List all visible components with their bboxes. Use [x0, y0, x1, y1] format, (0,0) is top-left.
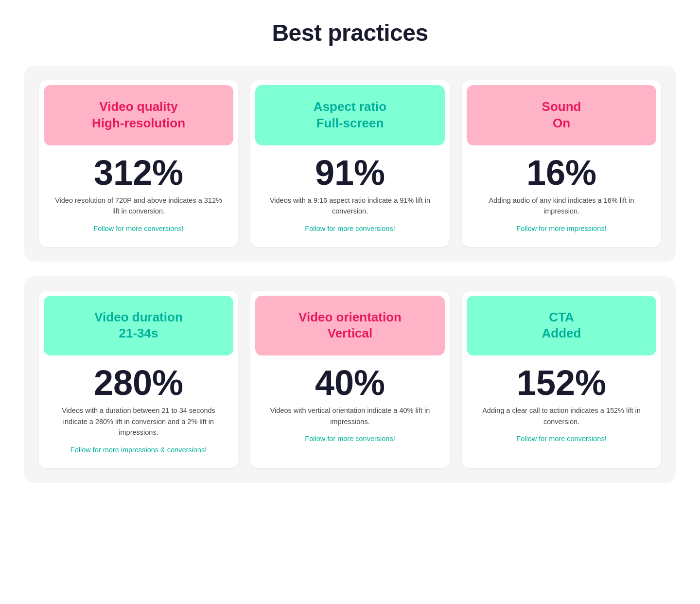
card-description-aspect-ratio: Videos with a 9:16 aspect ratio indicate… [250, 195, 450, 217]
card-header-line2: Vertical [328, 326, 373, 340]
card-header-line2: Added [542, 326, 581, 340]
card-description-cta-added: Adding a clear call to action indicates … [462, 405, 661, 427]
card-header-cta-added: CTA Added [467, 296, 656, 356]
card-percentage-sound-on: 16% [467, 155, 656, 190]
card-header-line2: On [553, 116, 570, 130]
card-sound-on: Sound On 16% Adding audio of any kind in… [462, 80, 661, 247]
card-header-line2: High-resolution [92, 116, 185, 130]
card-header-line1: Video orientation [298, 310, 402, 324]
card-description-video-orientation: Videos with vertical orientation indicat… [250, 405, 450, 427]
card-link-aspect-ratio[interactable]: Follow for more conversions! [250, 225, 450, 232]
cards-grid-1: Video quality High-resolution 312% Video… [39, 80, 661, 247]
card-link-sound-on[interactable]: Follow for more impressions! [462, 225, 661, 232]
card-cta-added: CTA Added 152% Adding a clear call to ac… [462, 291, 661, 468]
card-header-video-orientation: Video orientation Vertical [255, 296, 445, 356]
card-header-line1: Video duration [94, 310, 183, 324]
card-link-video-duration[interactable]: Follow for more impressions & conversion… [39, 446, 238, 454]
card-header-line2: 21-34s [119, 326, 158, 340]
page-title: Best practices [24, 19, 676, 46]
card-aspect-ratio: Aspect ratio Full-screen 91% Videos with… [250, 80, 450, 247]
card-header-line1: Sound [542, 99, 581, 114]
section-2: Video duration 21-34s 280% Videos with a… [24, 276, 676, 483]
card-header-line2: Full-screen [316, 116, 384, 130]
card-percentage-cta-added: 152% [467, 365, 656, 400]
card-percentage-video-duration: 280% [44, 365, 233, 400]
card-description-video-duration: Videos with a duration between 21 to 34 … [39, 405, 238, 438]
card-description-video-quality: Video resolution of 720P and above indic… [39, 195, 238, 217]
card-header-line1: Aspect ratio [314, 99, 386, 114]
card-header-line1: CTA [549, 310, 574, 324]
card-video-duration: Video duration 21-34s 280% Videos with a… [39, 291, 238, 468]
card-percentage-aspect-ratio: 91% [255, 155, 445, 190]
card-link-video-quality[interactable]: Follow for more conversions! [39, 225, 238, 232]
card-link-video-orientation[interactable]: Follow for more conversions! [250, 435, 450, 443]
cards-grid-2: Video duration 21-34s 280% Videos with a… [39, 291, 661, 468]
card-header-video-quality: Video quality High-resolution [44, 85, 233, 145]
card-description-sound-on: Adding audio of any kind indicates a 16%… [462, 195, 661, 217]
card-header-video-duration: Video duration 21-34s [44, 296, 233, 356]
card-header-sound-on: Sound On [467, 85, 656, 145]
card-header-line1: Video quality [99, 99, 177, 114]
card-link-cta-added[interactable]: Follow for more conversions! [462, 435, 661, 443]
card-percentage-video-quality: 312% [44, 155, 233, 190]
card-video-quality: Video quality High-resolution 312% Video… [39, 80, 238, 247]
card-percentage-video-orientation: 40% [255, 365, 445, 400]
card-video-orientation: Video orientation Vertical 40% Videos wi… [250, 291, 450, 468]
section-1: Video quality High-resolution 312% Video… [24, 66, 676, 262]
card-header-aspect-ratio: Aspect ratio Full-screen [255, 85, 445, 145]
